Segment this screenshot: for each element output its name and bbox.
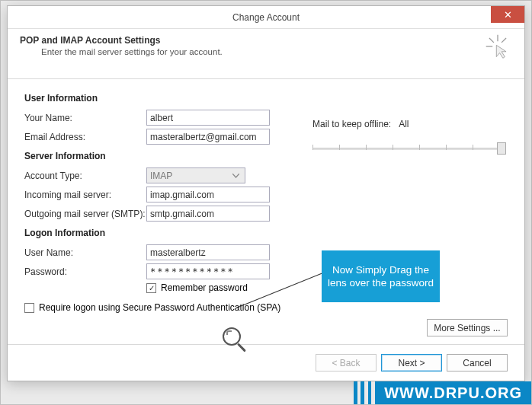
watermark-text: WWW.DRPU.ORG	[375, 381, 531, 404]
dialog-header: POP and IMAP Account Settings Enter the …	[8, 29, 524, 79]
account-type-label: Account Type:	[24, 171, 146, 181]
mail-keep-value: All	[399, 119, 409, 129]
dialog-footer: < Back Next > Cancel	[8, 344, 524, 381]
svg-line-3	[502, 38, 506, 43]
slider-thumb[interactable]	[497, 142, 506, 155]
password-input[interactable]	[146, 263, 270, 279]
instruction-callout: Now Simply Drag the lens over the passwo…	[322, 250, 440, 302]
next-button[interactable]: Next >	[381, 354, 442, 372]
header-title: POP and IMAP Account Settings	[20, 35, 512, 46]
close-icon: ✕	[504, 9, 512, 21]
header-subtitle: Enter the mail server settings for your …	[41, 47, 512, 56]
outgoing-server-label: Outgoing mail server (SMTP):	[24, 209, 146, 219]
section-user-information: User Information	[24, 93, 508, 104]
dialog-body: User Information Your Name: Email Addres…	[8, 79, 524, 344]
cancel-button[interactable]: Cancel	[447, 354, 508, 372]
back-button: < Back	[316, 354, 377, 372]
offline-settings: Mail to keep offline: All	[312, 119, 503, 157]
account-type-select: IMAP	[146, 167, 245, 183]
your-name-input[interactable]	[146, 110, 270, 126]
more-settings-button[interactable]: More Settings ...	[427, 319, 508, 336]
account-type-value: IMAP	[150, 171, 172, 181]
svg-line-2	[489, 38, 494, 43]
outgoing-server-input[interactable]	[146, 206, 270, 222]
titlebar: Change Account ✕	[8, 6, 524, 29]
watermark: WWW.DRPU.ORG	[354, 381, 531, 404]
mail-keep-slider[interactable]	[312, 137, 502, 157]
chevron-down-icon	[229, 170, 242, 182]
close-button[interactable]: ✕	[491, 6, 524, 23]
mail-keep-label: Mail to keep offline:	[312, 119, 391, 129]
callout-text: Now Simply Drag the lens over the passwo…	[326, 263, 435, 289]
password-label: Password:	[24, 266, 146, 277]
username-input[interactable]	[146, 244, 270, 260]
cursor-sparkle-icon	[485, 33, 511, 59]
username-label: User Name:	[24, 247, 146, 258]
section-logon-information: Logon Information	[24, 228, 508, 238]
remember-password-checkbox[interactable]: ✓	[146, 283, 156, 293]
email-label: Email Address:	[24, 132, 146, 142]
change-account-dialog: Change Account ✕ POP and IMAP Account Se…	[7, 5, 525, 381]
your-name-label: Your Name:	[24, 113, 146, 123]
magnifier-lens-icon[interactable]	[223, 327, 241, 346]
email-input[interactable]	[146, 129, 270, 145]
remember-password-label: Remember password	[161, 282, 248, 293]
incoming-server-label: Incoming mail server:	[24, 190, 146, 200]
spa-checkbox[interactable]	[24, 303, 34, 313]
incoming-server-input[interactable]	[146, 187, 270, 202]
checkmark-icon: ✓	[149, 284, 155, 292]
dialog-title: Change Account	[232, 12, 300, 23]
